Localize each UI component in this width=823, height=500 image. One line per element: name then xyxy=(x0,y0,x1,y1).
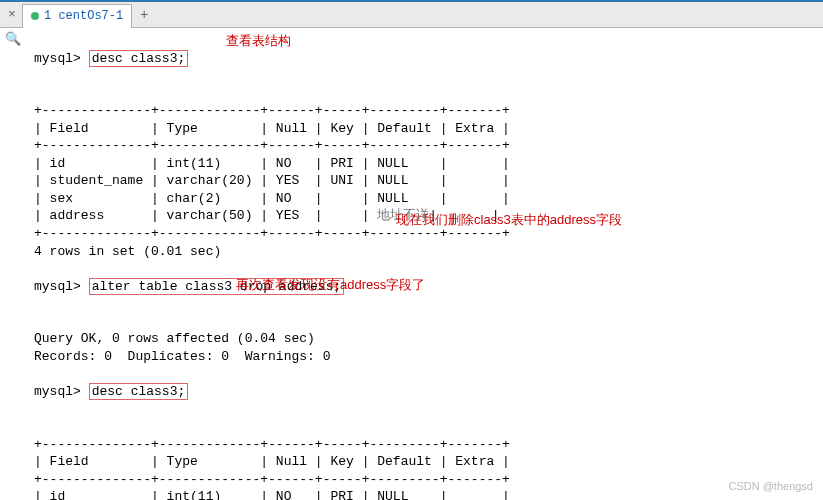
annotation-2: 现在我们删除class3表中的address字段 xyxy=(396,211,622,229)
command-desc1: desc class3; xyxy=(89,50,189,67)
mysql-prompt: mysql> xyxy=(34,384,81,399)
result2a: Query OK, 0 rows affected (0.04 sec) xyxy=(34,331,315,346)
table2-row-id: | id | int(11) | NO | PRI | NULL | | xyxy=(34,489,510,500)
tab-centos[interactable]: 1 centOs7-1 xyxy=(22,4,132,28)
table1-header: | Field | Type | Null | Key | Default | … xyxy=(34,121,510,136)
tab-label: 1 centOs7-1 xyxy=(44,9,123,23)
table1-row-sex: | sex | char(2) | NO | | NULL | | xyxy=(34,191,510,206)
command-desc2: desc class3; xyxy=(89,383,189,400)
table1-border: +--------------+-------------+------+---… xyxy=(34,103,510,118)
table2-header: | Field | Type | Null | Key | Default | … xyxy=(34,454,510,469)
mysql-prompt: mysql> xyxy=(34,279,81,294)
terminal-output[interactable]: mysql> desc class3; 查看表结构 +-------------… xyxy=(26,28,823,500)
table2-border: +--------------+-------------+------+---… xyxy=(34,437,510,452)
close-all-tabs-icon[interactable]: × xyxy=(2,7,22,22)
add-tab-icon[interactable]: + xyxy=(132,7,156,23)
status-dot-icon xyxy=(31,12,39,20)
result2b: Records: 0 Duplicates: 0 Warnings: 0 xyxy=(34,349,330,364)
table1-border: +--------------+-------------+------+---… xyxy=(34,138,510,153)
result1: 4 rows in set (0.01 sec) xyxy=(34,244,221,259)
watermark: CSDN @thengsd xyxy=(728,480,813,492)
tab-bar: × 1 centOs7-1 + xyxy=(0,2,823,28)
search-icon[interactable]: 🔍 xyxy=(0,28,26,500)
mysql-prompt: mysql> xyxy=(34,51,81,66)
annotation-1: 查看表结构 xyxy=(226,32,291,50)
table1-row-address: | address | varchar(50) | YES | | xyxy=(34,208,369,223)
table1-row-id: | id | int(11) | NO | PRI | NULL | | xyxy=(34,156,510,171)
table1-row-studentname: | student_name | varchar(20) | YES | UNI… xyxy=(34,173,510,188)
annotation-3: 再次查看发现没有address字段了 xyxy=(236,276,425,294)
table2-border: +--------------+-------------+------+---… xyxy=(34,472,510,487)
